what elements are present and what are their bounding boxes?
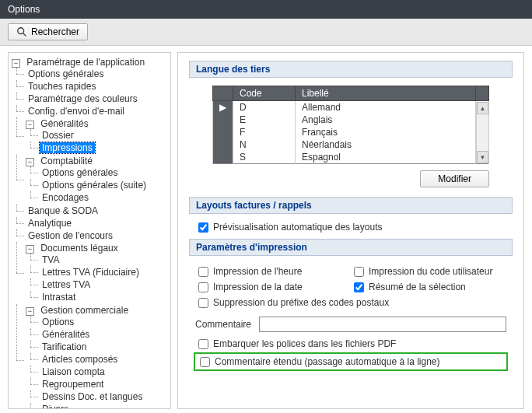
commentaire-input[interactable] — [259, 317, 506, 332]
search-button-label: Rechercher — [31, 26, 79, 37]
tree-node-intrastat[interactable]: Intrastat — [40, 292, 78, 303]
check-imp-date[interactable] — [198, 282, 208, 292]
language-table[interactable]: Code Libellé ▶DAllemand EAnglais FFrança… — [212, 86, 489, 164]
tree-node-options[interactable]: Options — [40, 317, 76, 327]
tree-node-banque-soda[interactable]: Banque & SODA — [26, 205, 100, 216]
check-commentaire-etendu-label: Commentaire étendu (passage automatique … — [215, 356, 440, 367]
tree-node-divers[interactable]: Divers — [40, 404, 71, 409]
check-imp-code-user-label: Impression du code utilisateur — [369, 266, 492, 277]
check-imp-heure[interactable] — [198, 267, 208, 277]
search-icon — [16, 26, 27, 37]
check-imp-date-label: Impression de la date — [213, 282, 303, 292]
tree-node-liaison[interactable]: Liaison compta — [40, 366, 107, 377]
check-imp-heure-label: Impression de l'heure — [213, 266, 302, 277]
tree-node-param-app[interactable]: Paramétrage de l'application — [24, 57, 147, 68]
tree-node-dossier[interactable]: Dossier — [40, 130, 76, 141]
highlighted-option: Commentaire étendu (passage automatique … — [194, 352, 508, 371]
section-params: Paramètres d'impression — [189, 239, 513, 256]
col-code[interactable]: Code — [233, 86, 296, 101]
tree-node-articles[interactable]: Articles composés — [40, 354, 120, 365]
section-layouts: Layouts factures / rappels — [189, 197, 513, 214]
tree-node-regroupement[interactable]: Regroupement — [40, 379, 106, 390]
tree-node-opt-gen[interactable]: Options générales — [26, 68, 106, 79]
tree-node-touches[interactable]: Touches rapides — [26, 81, 98, 92]
settings-panel: Langue des tiers Code Libellé ▶DAllemand… — [177, 52, 524, 409]
table-row: EAnglais — [213, 114, 489, 126]
scroll-up-icon[interactable]: ▲ — [477, 102, 488, 114]
tree-node-opt-gen-suite[interactable]: Options générales (suite) — [40, 180, 149, 191]
table-row: ▶DAllemand — [213, 101, 489, 114]
tree-node-couleurs[interactable]: Paramétrage des couleurs — [26, 93, 140, 104]
tree-node-encours[interactable]: Gestion de l'encours — [26, 230, 115, 241]
check-supp-prefixe-label: Suppression du préfixe des codes postaux — [213, 297, 389, 308]
check-resume-sel[interactable] — [354, 282, 364, 292]
nav-tree[interactable]: − Paramétrage de l'application Options g… — [8, 52, 171, 409]
modifier-button[interactable]: Modifier — [420, 170, 489, 187]
check-imp-code-user[interactable] — [354, 267, 364, 277]
check-resume-sel-label: Résumé de la sélection — [369, 282, 466, 292]
commentaire-label: Commentaire — [195, 319, 251, 330]
check-embarquer-polices-label: Embarquer les polices dans les fichiers … — [213, 338, 396, 349]
search-button[interactable]: Rechercher — [8, 23, 88, 40]
check-supp-prefixe[interactable] — [198, 298, 208, 308]
expand-icon[interactable]: − — [12, 59, 20, 68]
tree-node-generalites[interactable]: Généralités — [38, 118, 90, 129]
tree-node-email[interactable]: Config. d'envoi d'e-mail — [26, 106, 127, 117]
scroll-down-icon[interactable]: ▼ — [477, 151, 488, 163]
expand-icon[interactable]: − — [26, 307, 34, 316]
table-row: SEspagnol — [213, 151, 489, 164]
tree-node-impressions[interactable]: Impressions — [40, 142, 95, 153]
tree-node-doc-legaux[interactable]: Documents légaux — [38, 243, 120, 254]
svg-point-0 — [18, 28, 24, 34]
tree-node-lettres-tva[interactable]: Lettres TVA — [40, 279, 93, 290]
tree-node-tva[interactable]: TVA — [40, 254, 61, 265]
tree-node-gestion-com[interactable]: Gestion commerciale — [38, 305, 131, 316]
tree-node-lettres-tva-fid[interactable]: Lettres TVA (Fiduciaire) — [40, 267, 142, 278]
tree-node-analytique[interactable]: Analytique — [26, 218, 74, 229]
window-title: Options — [8, 4, 40, 15]
table-row: FFrançais — [213, 126, 489, 138]
svg-line-1 — [23, 33, 26, 37]
table-row: NNéerlandais — [213, 138, 489, 151]
expand-icon[interactable]: − — [26, 158, 34, 166]
expand-icon[interactable]: − — [26, 245, 34, 254]
tree-node-compta[interactable]: Comptabilité — [38, 156, 95, 166]
table-scrollbar[interactable]: ▲ ▼ — [476, 102, 488, 163]
toolbar: Rechercher — [0, 19, 532, 46]
tree-node-tarification[interactable]: Tarification — [40, 341, 89, 352]
check-embarquer-polices[interactable] — [198, 339, 208, 349]
check-commentaire-etendu[interactable] — [200, 357, 210, 367]
tree-node-dessins[interactable]: Dessins Doc. et langues — [40, 391, 145, 402]
window-titlebar: Options — [0, 0, 532, 19]
tree-node-generalites2[interactable]: Généralités — [40, 329, 92, 340]
tree-node-encodages[interactable]: Encodages — [40, 192, 91, 203]
tree-node-opt-gen2[interactable]: Options générales — [40, 167, 120, 178]
expand-icon[interactable]: − — [26, 121, 34, 129]
col-libelle[interactable]: Libellé — [296, 86, 476, 101]
check-previ-layouts-label: Prévisualisation automatique des layouts — [213, 222, 382, 233]
check-previ-layouts[interactable] — [198, 222, 208, 233]
section-langue-tiers: Langue des tiers — [189, 61, 513, 78]
